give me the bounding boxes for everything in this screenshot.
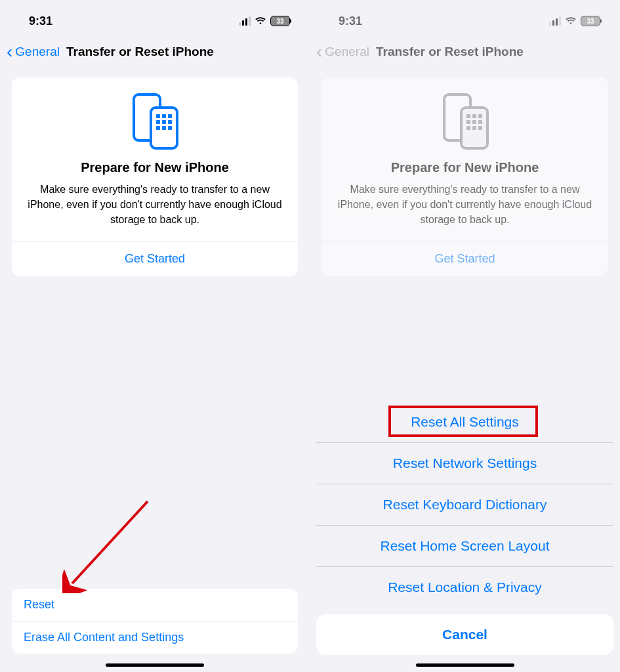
screenshot-left: 9:31 33 ‹ General Transfer or Reset iPho… bbox=[0, 0, 310, 672]
svg-rect-7 bbox=[168, 120, 172, 124]
home-indicator[interactable] bbox=[416, 663, 514, 667]
erase-all-button[interactable]: Erase All Content and Settings bbox=[12, 621, 298, 654]
svg-rect-5 bbox=[156, 120, 160, 124]
wifi-icon bbox=[255, 16, 266, 26]
svg-rect-11 bbox=[444, 94, 470, 140]
svg-rect-8 bbox=[156, 126, 160, 130]
back-chevron-icon[interactable]: ‹ bbox=[7, 43, 12, 61]
svg-rect-10 bbox=[168, 126, 172, 130]
card-description: Make sure everything's ready to transfer… bbox=[24, 182, 286, 228]
reset-network-settings-button[interactable]: Reset Network Settings bbox=[316, 443, 613, 484]
svg-rect-16 bbox=[466, 120, 470, 124]
home-indicator[interactable] bbox=[106, 663, 204, 667]
svg-rect-14 bbox=[472, 114, 476, 118]
prepare-card: Prepare for New iPhone Make sure everyth… bbox=[321, 77, 608, 276]
page-title: Transfer or Reset iPhone bbox=[66, 45, 214, 59]
reset-all-settings-button[interactable]: Reset All Settings bbox=[316, 402, 613, 443]
svg-rect-9 bbox=[162, 126, 166, 130]
get-started-button: Get Started bbox=[333, 242, 596, 276]
action-sheet: Reset All Settings Reset Network Setting… bbox=[316, 402, 613, 655]
battery-icon: 33 bbox=[270, 16, 290, 26]
screenshot-right: 9:31 33 ‹ General Transfer or Reset iPho… bbox=[310, 0, 620, 672]
page-title: Transfer or Reset iPhone bbox=[376, 45, 524, 59]
svg-rect-20 bbox=[472, 126, 476, 130]
svg-rect-12 bbox=[461, 108, 487, 148]
svg-rect-2 bbox=[156, 114, 160, 118]
back-button: General bbox=[325, 45, 369, 59]
reset-home-screen-layout-button[interactable]: Reset Home Screen Layout bbox=[316, 526, 613, 567]
reset-keyboard-dictionary-button[interactable]: Reset Keyboard Dictionary bbox=[316, 484, 613, 526]
devices-icon bbox=[129, 92, 181, 152]
status-time: 9:31 bbox=[29, 14, 52, 28]
card-title: Prepare for New iPhone bbox=[24, 160, 286, 175]
status-bar: 9:31 33 bbox=[0, 0, 310, 35]
reset-button[interactable]: Reset bbox=[12, 589, 298, 621]
svg-rect-19 bbox=[466, 126, 470, 130]
svg-rect-3 bbox=[162, 114, 166, 118]
prepare-card: Prepare for New iPhone Make sure everyth… bbox=[12, 77, 298, 276]
wifi-icon bbox=[565, 16, 577, 26]
status-time: 9:31 bbox=[339, 14, 362, 28]
card-title: Prepare for New iPhone bbox=[333, 160, 596, 175]
status-bar: 9:31 33 bbox=[310, 0, 620, 35]
svg-rect-18 bbox=[478, 120, 482, 124]
bottom-list: Reset Erase All Content and Settings bbox=[12, 589, 298, 654]
cancel-button[interactable]: Cancel bbox=[316, 614, 613, 655]
devices-icon bbox=[439, 92, 491, 152]
svg-rect-13 bbox=[466, 114, 470, 118]
reset-location-privacy-button[interactable]: Reset Location & Privacy bbox=[316, 567, 613, 608]
get-started-button[interactable]: Get Started bbox=[24, 242, 286, 276]
battery-icon: 33 bbox=[581, 16, 600, 26]
svg-rect-17 bbox=[472, 120, 476, 124]
nav-bar: ‹ General Transfer or Reset iPhone bbox=[0, 35, 310, 68]
svg-rect-15 bbox=[478, 114, 482, 118]
svg-rect-4 bbox=[168, 114, 172, 118]
back-button[interactable]: General bbox=[15, 45, 60, 59]
svg-rect-21 bbox=[478, 126, 482, 130]
card-description: Make sure everything's ready to transfer… bbox=[333, 182, 596, 228]
cellular-icon bbox=[549, 16, 561, 26]
cellular-icon bbox=[239, 16, 251, 26]
nav-bar: ‹ General Transfer or Reset iPhone bbox=[310, 35, 620, 68]
back-chevron-icon: ‹ bbox=[316, 43, 322, 61]
svg-rect-6 bbox=[162, 120, 166, 124]
divider bbox=[321, 241, 608, 242]
